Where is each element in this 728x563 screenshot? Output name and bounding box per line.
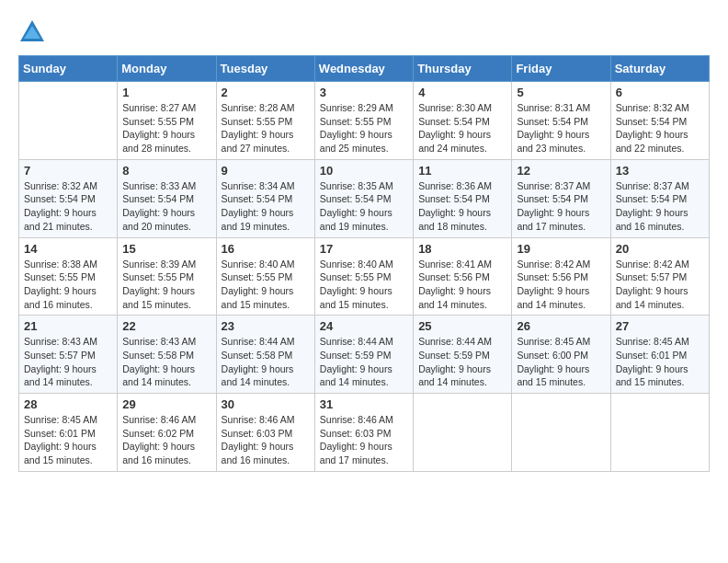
calendar-week-row: 7Sunrise: 8:32 AM Sunset: 5:54 PM Daylig…	[19, 159, 710, 237]
day-info: Sunrise: 8:28 AM Sunset: 5:55 PM Dayligh…	[222, 101, 310, 155]
calendar-week-row: 14Sunrise: 8:38 AM Sunset: 5:55 PM Dayli…	[19, 237, 710, 316]
day-of-week-header: Monday	[118, 56, 216, 82]
day-number: 5	[517, 86, 605, 99]
day-of-week-header: Wednesday	[314, 56, 413, 82]
day-info: Sunrise: 8:39 AM Sunset: 5:55 PM Dayligh…	[122, 258, 210, 312]
day-number: 25	[418, 319, 506, 333]
day-info: Sunrise: 8:30 AM Sunset: 5:54 PM Dayligh…	[418, 101, 506, 155]
day-number: 8	[122, 164, 210, 178]
day-info: Sunrise: 8:32 AM Sunset: 5:54 PM Dayligh…	[616, 101, 704, 155]
calendar-day-cell	[610, 394, 709, 472]
day-info: Sunrise: 8:40 AM Sunset: 5:55 PM Dayligh…	[320, 258, 408, 312]
day-of-week-header: Tuesday	[216, 56, 314, 82]
calendar-day-cell: 26Sunrise: 8:45 AM Sunset: 6:00 PM Dayli…	[512, 316, 610, 394]
calendar-day-cell: 4Sunrise: 8:30 AM Sunset: 5:54 PM Daylig…	[414, 82, 512, 160]
day-number: 20	[616, 242, 704, 256]
day-info: Sunrise: 8:41 AM Sunset: 5:56 PM Dayligh…	[418, 258, 506, 312]
day-number: 17	[320, 242, 408, 256]
day-info: Sunrise: 8:44 AM Sunset: 5:58 PM Dayligh…	[222, 335, 310, 389]
day-number: 15	[122, 242, 210, 256]
calendar-day-cell: 24Sunrise: 8:44 AM Sunset: 5:59 PM Dayli…	[314, 316, 413, 394]
day-number: 12	[517, 164, 605, 178]
day-info: Sunrise: 8:43 AM Sunset: 5:57 PM Dayligh…	[24, 335, 112, 389]
calendar-week-row: 28Sunrise: 8:45 AM Sunset: 6:01 PM Dayli…	[19, 394, 710, 472]
day-info: Sunrise: 8:46 AM Sunset: 6:03 PM Dayligh…	[222, 413, 310, 467]
calendar-day-cell: 11Sunrise: 8:36 AM Sunset: 5:54 PM Dayli…	[414, 159, 512, 237]
day-number: 11	[418, 164, 506, 178]
day-info: Sunrise: 8:38 AM Sunset: 5:55 PM Dayligh…	[24, 258, 112, 312]
calendar-day-cell: 31Sunrise: 8:46 AM Sunset: 6:03 PM Dayli…	[314, 394, 413, 472]
day-number: 26	[517, 319, 605, 333]
calendar-day-cell: 13Sunrise: 8:37 AM Sunset: 5:54 PM Dayli…	[610, 159, 709, 237]
calendar-day-cell: 12Sunrise: 8:37 AM Sunset: 5:54 PM Dayli…	[512, 159, 610, 237]
day-number: 16	[222, 242, 310, 256]
day-number: 19	[517, 242, 605, 256]
calendar-week-row: 21Sunrise: 8:43 AM Sunset: 5:57 PM Dayli…	[19, 316, 710, 394]
day-info: Sunrise: 8:42 AM Sunset: 5:57 PM Dayligh…	[616, 258, 704, 312]
day-info: Sunrise: 8:46 AM Sunset: 6:03 PM Dayligh…	[320, 413, 408, 467]
calendar-day-cell: 2Sunrise: 8:28 AM Sunset: 5:55 PM Daylig…	[216, 82, 314, 160]
day-number: 1	[122, 86, 210, 99]
calendar-day-cell: 23Sunrise: 8:44 AM Sunset: 5:58 PM Dayli…	[216, 316, 314, 394]
day-info: Sunrise: 8:46 AM Sunset: 6:02 PM Dayligh…	[122, 413, 210, 467]
calendar-day-cell: 22Sunrise: 8:43 AM Sunset: 5:58 PM Dayli…	[118, 316, 216, 394]
day-number: 29	[122, 397, 210, 411]
calendar-day-cell: 8Sunrise: 8:33 AM Sunset: 5:54 PM Daylig…	[118, 159, 216, 237]
day-number: 6	[616, 86, 704, 99]
day-info: Sunrise: 8:44 AM Sunset: 5:59 PM Dayligh…	[320, 335, 408, 389]
day-info: Sunrise: 8:29 AM Sunset: 5:55 PM Dayligh…	[320, 101, 408, 155]
calendar-day-cell: 30Sunrise: 8:46 AM Sunset: 6:03 PM Dayli…	[216, 394, 314, 472]
day-number: 22	[122, 319, 210, 333]
calendar-day-cell: 20Sunrise: 8:42 AM Sunset: 5:57 PM Dayli…	[610, 237, 709, 316]
day-info: Sunrise: 8:33 AM Sunset: 5:54 PM Dayligh…	[122, 179, 210, 234]
calendar-day-cell: 14Sunrise: 8:38 AM Sunset: 5:55 PM Dayli…	[19, 237, 118, 316]
calendar-day-cell: 6Sunrise: 8:32 AM Sunset: 5:54 PM Daylig…	[610, 82, 709, 160]
day-number: 2	[222, 86, 310, 99]
day-number: 27	[616, 319, 704, 333]
calendar-day-cell: 15Sunrise: 8:39 AM Sunset: 5:55 PM Dayli…	[118, 237, 216, 316]
calendar-day-cell: 25Sunrise: 8:44 AM Sunset: 5:59 PM Dayli…	[414, 316, 512, 394]
day-info: Sunrise: 8:43 AM Sunset: 5:58 PM Dayligh…	[122, 335, 210, 389]
day-of-week-header: Sunday	[19, 56, 118, 82]
header	[18, 18, 710, 46]
calendar-day-cell: 27Sunrise: 8:45 AM Sunset: 6:01 PM Dayli…	[610, 316, 709, 394]
calendar: SundayMondayTuesdayWednesdayThursdayFrid…	[18, 55, 710, 472]
day-info: Sunrise: 8:37 AM Sunset: 5:54 PM Dayligh…	[616, 179, 704, 234]
calendar-day-cell: 18Sunrise: 8:41 AM Sunset: 5:56 PM Dayli…	[414, 237, 512, 316]
logo-icon	[18, 18, 46, 46]
calendar-day-cell	[19, 82, 118, 160]
day-of-week-header: Friday	[512, 56, 610, 82]
calendar-day-cell: 19Sunrise: 8:42 AM Sunset: 5:56 PM Dayli…	[512, 237, 610, 316]
day-number: 24	[320, 319, 408, 333]
day-info: Sunrise: 8:32 AM Sunset: 5:54 PM Dayligh…	[24, 179, 112, 234]
calendar-day-cell: 16Sunrise: 8:40 AM Sunset: 5:55 PM Dayli…	[216, 237, 314, 316]
day-number: 9	[222, 164, 310, 178]
calendar-week-row: 1Sunrise: 8:27 AM Sunset: 5:55 PM Daylig…	[19, 82, 710, 160]
calendar-day-cell: 9Sunrise: 8:34 AM Sunset: 5:54 PM Daylig…	[216, 159, 314, 237]
day-number: 7	[24, 164, 112, 178]
calendar-day-cell: 10Sunrise: 8:35 AM Sunset: 5:54 PM Dayli…	[314, 159, 413, 237]
calendar-day-cell: 5Sunrise: 8:31 AM Sunset: 5:54 PM Daylig…	[512, 82, 610, 160]
day-number: 23	[222, 319, 310, 333]
day-info: Sunrise: 8:45 AM Sunset: 6:00 PM Dayligh…	[517, 335, 605, 389]
day-info: Sunrise: 8:44 AM Sunset: 5:59 PM Dayligh…	[418, 335, 506, 389]
day-of-week-header: Thursday	[414, 56, 512, 82]
day-number: 21	[24, 319, 112, 333]
calendar-day-cell: 3Sunrise: 8:29 AM Sunset: 5:55 PM Daylig…	[314, 82, 413, 160]
calendar-day-cell: 1Sunrise: 8:27 AM Sunset: 5:55 PM Daylig…	[118, 82, 216, 160]
day-info: Sunrise: 8:45 AM Sunset: 6:01 PM Dayligh…	[24, 413, 112, 467]
day-info: Sunrise: 8:31 AM Sunset: 5:54 PM Dayligh…	[517, 101, 605, 155]
calendar-day-cell: 7Sunrise: 8:32 AM Sunset: 5:54 PM Daylig…	[19, 159, 118, 237]
day-info: Sunrise: 8:45 AM Sunset: 6:01 PM Dayligh…	[616, 335, 704, 389]
calendar-day-cell: 28Sunrise: 8:45 AM Sunset: 6:01 PM Dayli…	[19, 394, 118, 472]
day-number: 28	[24, 397, 112, 411]
day-info: Sunrise: 8:34 AM Sunset: 5:54 PM Dayligh…	[222, 179, 310, 234]
day-info: Sunrise: 8:40 AM Sunset: 5:55 PM Dayligh…	[222, 258, 310, 312]
day-number: 10	[320, 164, 408, 178]
calendar-day-cell: 29Sunrise: 8:46 AM Sunset: 6:02 PM Dayli…	[118, 394, 216, 472]
calendar-day-cell	[512, 394, 610, 472]
logo	[18, 18, 51, 46]
calendar-day-cell	[414, 394, 512, 472]
day-number: 30	[222, 397, 310, 411]
day-number: 18	[418, 242, 506, 256]
